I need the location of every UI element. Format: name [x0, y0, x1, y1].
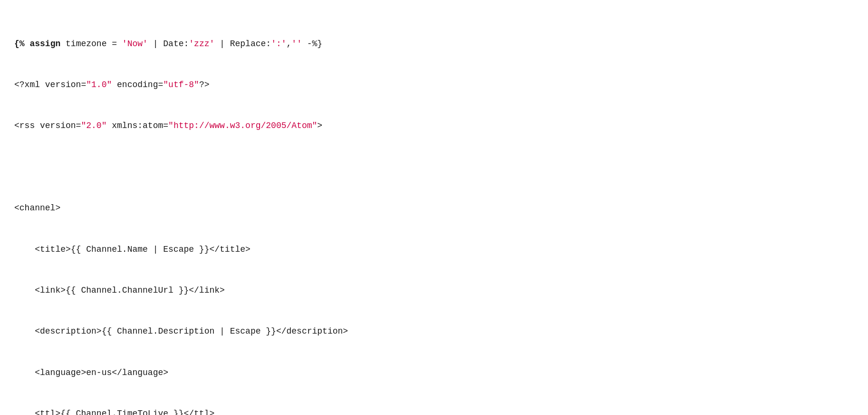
- token: 'Now': [122, 39, 148, 49]
- code-editor: {% assign timezone = 'Now' | Date:'zzz' …: [14, 10, 854, 415]
- token: <link>{{ Channel.ChannelUrl }}</link>: [14, 286, 225, 295]
- token: {%: [14, 39, 25, 49]
- token: 'zzz': [189, 39, 214, 49]
- line-8: <description>{{ Channel.Description | Es…: [14, 325, 854, 338]
- token: <description>{{ Channel.Description | Es…: [14, 326, 348, 336]
- token: "http://www.w3.org/2005/Atom": [168, 121, 317, 130]
- token: assign: [29, 39, 60, 49]
- line-9: <language>en-us</language>: [14, 366, 854, 380]
- token: <language>en-us</language>: [14, 368, 168, 377]
- token: ':': [271, 39, 286, 49]
- line-2: <?xml version="1.0" encoding="utf-8"?>: [14, 78, 854, 92]
- token: <?xml version=: [14, 80, 86, 89]
- token: | Replace:: [214, 39, 271, 49]
- token: <rss version=: [14, 121, 81, 130]
- token: timezone =: [60, 39, 122, 49]
- token: | Date:: [148, 39, 189, 49]
- line-4: [14, 160, 854, 174]
- token: '': [291, 39, 302, 49]
- token: >: [317, 121, 322, 130]
- token: ,: [287, 39, 292, 49]
- line-1: {% assign timezone = 'Now' | Date:'zzz' …: [14, 37, 854, 51]
- token: "utf-8": [163, 80, 199, 89]
- token: [25, 39, 30, 49]
- token: <channel>: [14, 203, 60, 213]
- line-10: <ttl>{{ Channel.TimeToLive }}</ttl>: [14, 407, 854, 415]
- token: "1.0": [86, 80, 112, 89]
- line-6: <title>{{ Channel.Name | Escape }}</titl…: [14, 243, 854, 257]
- line-7: <link>{{ Channel.ChannelUrl }}</link>: [14, 284, 854, 297]
- token: "2.0": [81, 121, 106, 130]
- token: xmlns:atom=: [106, 121, 168, 130]
- token: -%}: [302, 39, 322, 49]
- token: ?>: [199, 80, 210, 89]
- line-3: <rss version="2.0" xmlns:atom="http://ww…: [14, 119, 854, 133]
- line-5: <channel>: [14, 201, 854, 215]
- token: encoding=: [112, 80, 163, 89]
- token: <title>{{ Channel.Name | Escape }}</titl…: [14, 245, 251, 254]
- token: <ttl>{{ Channel.TimeToLive }}</ttl>: [14, 409, 214, 415]
